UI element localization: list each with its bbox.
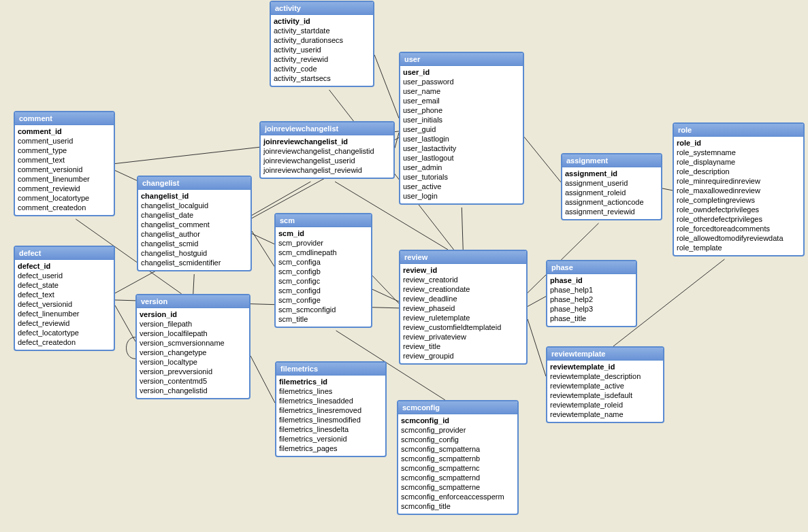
field-role_allowedtomodifyreviewdata[interactable]: role_allowedtomodifyreviewdata [677,233,801,243]
entity-header[interactable]: changelist [138,177,251,190]
field-review_creatorid[interactable]: review_creatorid [403,275,523,284]
field-reviewtemplate_id[interactable]: reviewtemplate_id [550,362,660,371]
field-scmconfig_id[interactable]: scmconfig_id [401,416,515,425]
field-activity_id[interactable]: activity_id [274,16,370,26]
field-role_forcedtoreadcomments[interactable]: role_forcedtoreadcomments [677,224,801,233]
field-defect_reviewid[interactable]: defect_reviewid [18,318,111,328]
field-comment_locatortype[interactable]: comment_locatortype [18,193,111,203]
field-scm_configc[interactable]: scm_configc [278,276,368,286]
field-comment_versionid[interactable]: comment_versionid [18,165,111,174]
field-assignment_userid[interactable]: assignment_userid [565,178,658,188]
field-phase_help2[interactable]: phase_help2 [550,295,633,304]
field-user_active[interactable]: user_active [403,182,520,191]
field-review_groupid[interactable]: review_groupid [403,351,523,361]
field-role_owndefectprivileges[interactable]: role_owndefectprivileges [677,205,801,214]
field-comment_linenumber[interactable]: comment_linenumber [18,174,111,184]
entity-version[interactable]: versionversion_idversion_filepathversion… [135,294,251,399]
field-scm_cmdlinepath[interactable]: scm_cmdlinepath [278,248,368,257]
field-joinreviewchangelist_id[interactable]: joinreviewchangelist_id [263,137,391,146]
field-user_id[interactable]: user_id [403,67,520,77]
field-role_id[interactable]: role_id [677,138,801,148]
entity-scmconfig[interactable]: scmconfigscmconfig_idscmconfig_providers… [397,400,519,515]
entity-scm[interactable]: scmscm_idscm_providerscm_cmdlinepathscm_… [274,213,372,328]
entity-header[interactable]: activity [271,2,373,15]
field-version_localtype[interactable]: version_localtype [140,357,246,367]
entity-role[interactable]: rolerole_idrole_systemnamerole_displayna… [673,122,805,256]
field-changelist_localguid[interactable]: changelist_localguid [141,201,248,210]
field-comment_userid[interactable]: comment_userid [18,136,111,146]
field-scm_id[interactable]: scm_id [278,229,368,238]
entity-header[interactable]: scmconfig [398,401,517,414]
field-role_otherdefectprivileges[interactable]: role_otherdefectprivileges [677,214,801,224]
field-scm_configd[interactable]: scm_configd [278,286,368,295]
field-user_login[interactable]: user_login [403,191,520,201]
field-assignment_reviewid[interactable]: assignment_reviewid [565,207,658,216]
field-reviewtemplate_description[interactable]: reviewtemplate_description [550,371,660,381]
field-changelist_author[interactable]: changelist_author [141,229,248,239]
field-defect_id[interactable]: defect_id [18,261,111,271]
field-defect_createdon[interactable]: defect_createdon [18,337,111,347]
field-filemetrics_linesremoved[interactable]: filemetrics_linesremoved [279,405,383,415]
field-review_creationdate[interactable]: review_creationdate [403,284,523,294]
field-assignment_id[interactable]: assignment_id [565,169,658,178]
field-reviewtemplate_isdefault[interactable]: reviewtemplate_isdefault [550,390,660,400]
field-version_id[interactable]: version_id [140,310,246,319]
field-role_completingreviews[interactable]: role_completingreviews [677,195,801,205]
field-reviewtemplate_name[interactable]: reviewtemplate_name [550,410,660,419]
field-review_deadline[interactable]: review_deadline [403,294,523,303]
field-review_ruletemplate[interactable]: review_ruletemplate [403,313,523,322]
field-user_password[interactable]: user_password [403,77,520,86]
field-role_template[interactable]: role_template [677,243,801,252]
field-role_description[interactable]: role_description [677,167,801,176]
field-defect_userid[interactable]: defect_userid [18,271,111,280]
field-user_admin[interactable]: user_admin [403,163,520,172]
field-defect_locatortype[interactable]: defect_locatortype [18,328,111,337]
field-user_guid[interactable]: user_guid [403,124,520,134]
field-reviewtemplate_roleid[interactable]: reviewtemplate_roleid [550,400,660,410]
field-assignment_roleid[interactable]: assignment_roleid [565,188,658,197]
entity-header[interactable]: review [400,251,526,264]
field-user_phone[interactable]: user_phone [403,105,520,115]
field-review_phaseid[interactable]: review_phaseid [403,303,523,313]
field-joinreviewchangelist_reviewid[interactable]: joinreviewchangelist_reviewid [263,165,391,175]
field-scmconfig_title[interactable]: scmconfig_title [401,501,515,511]
field-filemetrics_versionid[interactable]: filemetrics_versionid [279,434,383,444]
field-phase_help1[interactable]: phase_help1 [550,285,633,295]
field-scmconfig_provider[interactable]: scmconfig_provider [401,425,515,435]
entity-header[interactable]: assignment [562,154,661,167]
field-filemetrics_pages[interactable]: filemetrics_pages [279,444,383,453]
entity-header[interactable]: scm [276,214,371,227]
field-defect_state[interactable]: defect_state [18,280,111,290]
field-version_scmversionname[interactable]: version_scmversionname [140,338,246,348]
field-user_tutorials[interactable]: user_tutorials [403,172,520,182]
field-review_privateview[interactable]: review_privateview [403,332,523,342]
field-filemetrics_id[interactable]: filemetrics_id [279,377,383,386]
field-scmconfig_config[interactable]: scmconfig_config [401,435,515,444]
field-role_systemname[interactable]: role_systemname [677,148,801,157]
field-role_minrequiredinreview[interactable]: role_minrequiredinreview [677,176,801,186]
entity-assignment[interactable]: assignmentassignment_idassignment_userid… [561,153,662,220]
entity-header[interactable]: joinreviewchangelist [261,122,393,135]
field-user_initials[interactable]: user_initials [403,115,520,124]
field-version_changetype[interactable]: version_changetype [140,348,246,357]
field-scmconfig_scmpatterna[interactable]: scmconfig_scmpatterna [401,444,515,454]
field-scmconfig_scmpatternd[interactable]: scmconfig_scmpatternd [401,473,515,482]
field-comment_type[interactable]: comment_type [18,146,111,155]
field-user_name[interactable]: user_name [403,86,520,96]
field-review_customfieldtemplateid[interactable]: review_customfieldtemplateid [403,322,523,332]
entity-header[interactable]: filemetrics [276,363,385,376]
entity-header[interactable]: defect [15,247,114,260]
field-changelist_date[interactable]: changelist_date [141,210,248,220]
field-reviewtemplate_active[interactable]: reviewtemplate_active [550,381,660,390]
field-activity_reviewid[interactable]: activity_reviewid [274,54,370,64]
field-filemetrics_linesmodified[interactable]: filemetrics_linesmodified [279,415,383,425]
field-scmconfig_enforceaccessperm[interactable]: scmconfig_enforceaccessperm [401,492,515,501]
field-comment_reviewid[interactable]: comment_reviewid [18,184,111,193]
field-scmconfig_scmpatternc[interactable]: scmconfig_scmpatternc [401,463,515,473]
entity-defect[interactable]: defectdefect_iddefect_useriddefect_state… [14,246,115,351]
field-joinreviewchangelist_changelistid[interactable]: joinreviewchangelist_changelistid [263,146,391,156]
field-activity_durationsecs[interactable]: activity_durationsecs [274,35,370,45]
field-version_prevversionid[interactable]: version_prevversionid [140,367,246,376]
field-user_lastactivity[interactable]: user_lastactivity [403,144,520,153]
field-user_email[interactable]: user_email [403,96,520,105]
